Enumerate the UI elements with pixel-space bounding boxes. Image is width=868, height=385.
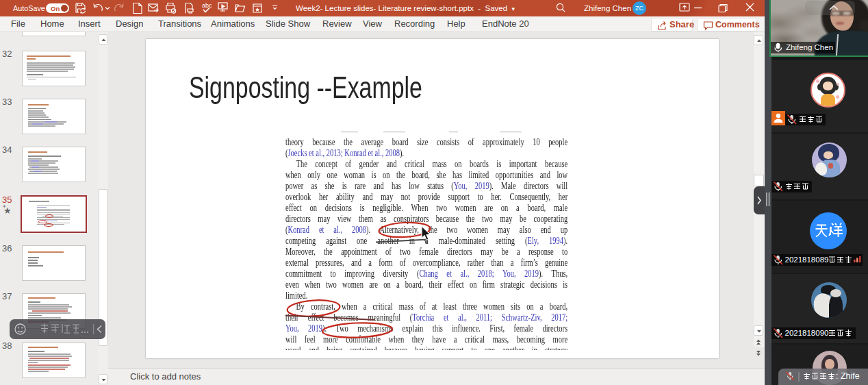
svg-text:abc: abc <box>202 2 212 9</box>
